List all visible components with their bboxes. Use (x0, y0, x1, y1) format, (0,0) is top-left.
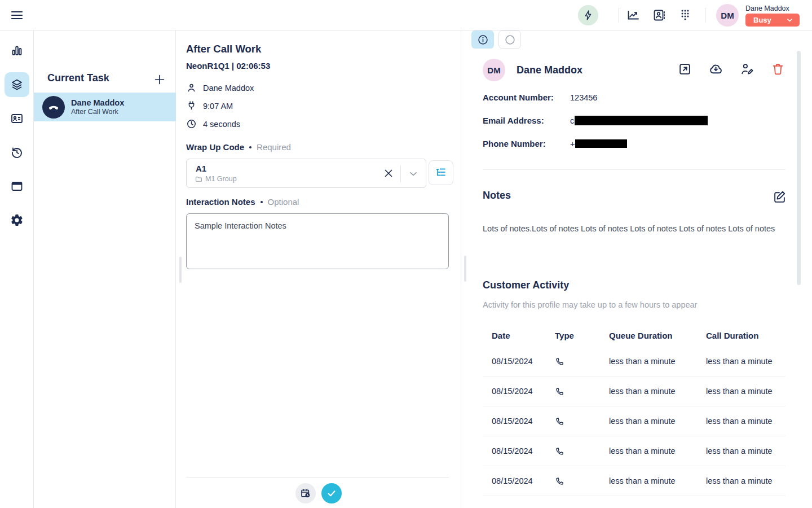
scrollbar-thumb[interactable] (797, 51, 801, 285)
chevron-down-icon[interactable] (408, 168, 419, 179)
table-row[interactable]: 08/15/2024 less than a minute less than … (483, 347, 785, 376)
layers-icon (10, 78, 24, 91)
customer-profile-panel: DM Dane Maddox Account Number: 123456 Em… (461, 30, 812, 508)
call-handset-icon (42, 96, 65, 119)
split-circle-icon (504, 34, 516, 46)
add-task-button[interactable] (153, 73, 166, 86)
quick-actions-button[interactable] (578, 5, 598, 25)
clear-selection-icon[interactable] (382, 167, 395, 179)
hamburger-menu-icon[interactable] (10, 8, 24, 22)
history-icon (10, 146, 24, 159)
lightning-icon (582, 10, 594, 21)
clock-icon (186, 119, 197, 129)
tab-ai-insights[interactable] (498, 30, 521, 49)
phone-value: + (570, 139, 575, 148)
bullet-separator (261, 201, 263, 203)
page-title: After Call Work (186, 43, 261, 55)
person-icon (186, 82, 197, 93)
status-label: Busy (753, 16, 771, 24)
interaction-notes-label: Interaction Notes (186, 197, 255, 207)
phone-call-icon (555, 356, 609, 366)
topbar-divider (705, 8, 705, 23)
select-divider (400, 165, 401, 182)
phone-call-icon (555, 416, 609, 426)
chevron-down-icon (785, 16, 794, 24)
browse-wrap-up-codes-button[interactable] (429, 160, 453, 185)
profile-avatar: DM (483, 59, 505, 81)
col-call-duration: Call Duration (706, 331, 795, 340)
queue-duration: less than a minute (609, 387, 706, 396)
task-queue-and-timer: NeonR1Q1 | 02:06:53 (186, 61, 270, 71)
cloud-download-icon[interactable] (709, 62, 723, 76)
call-start-time: 9:07 AM (203, 102, 233, 111)
top-bar: DM Dane Maddox Busy (0, 0, 812, 30)
table-row[interactable]: 08/15/2024 less than a minute less than … (483, 466, 785, 496)
table-row[interactable]: 08/15/2024 less than a minute less than … (483, 436, 785, 466)
task-list-item[interactable]: Dane Maddox After Call Work (34, 93, 176, 121)
status-dropdown[interactable]: Busy (745, 14, 800, 27)
wrap-up-code-select[interactable]: A1 M1 Group (186, 159, 426, 188)
phone-call-icon (555, 386, 609, 396)
phone-call-icon (555, 476, 609, 486)
email-label: Email Address: (483, 116, 570, 125)
folder-icon (195, 176, 202, 183)
col-type: Type (555, 331, 609, 340)
caller-name: Dane Maddox (203, 84, 254, 93)
sidebar-item-history[interactable] (5, 140, 29, 165)
queue-duration: less than a minute (609, 446, 706, 456)
activity-date: 08/15/2024 (492, 476, 555, 485)
wrap-up-group-name: M1 Group (205, 175, 237, 183)
email-redaction-bar (575, 116, 708, 125)
sidebar-item-dashboard[interactable] (5, 38, 29, 63)
account-number-value: 123456 (570, 93, 597, 102)
open-external-icon[interactable] (678, 62, 692, 76)
call-duration: less than a minute (706, 387, 795, 396)
col-date: Date (492, 331, 555, 340)
task-contact-name: Dane Maddox (71, 98, 124, 107)
wrap-up-code-label: Wrap Up Code (186, 142, 244, 152)
delete-contact-icon[interactable] (771, 62, 785, 76)
after-call-work-panel: After Call Work NeonR1Q1 | 02:06:53 Dane… (176, 30, 461, 508)
complete-task-button[interactable] (321, 483, 342, 503)
queue-duration: less than a minute (609, 417, 706, 426)
sidebar-item-settings[interactable] (5, 208, 29, 233)
call-duration: less than a minute (706, 476, 795, 485)
sidebar-item-tasks[interactable] (5, 72, 29, 97)
info-icon (477, 34, 489, 46)
interaction-notes-input[interactable]: Sample Interaction Notes (186, 213, 449, 269)
contact-card-icon (10, 112, 24, 125)
call-duration: less than a minute (706, 446, 795, 456)
panel-resize-handle-left[interactable] (179, 257, 182, 283)
sidebar-item-browser[interactable] (5, 174, 29, 199)
topbar-user-name: Dane Maddox (745, 5, 789, 12)
tree-list-icon (435, 167, 447, 179)
dialpad-icon[interactable] (678, 8, 692, 22)
analytics-icon[interactable] (626, 8, 640, 22)
activity-date: 08/15/2024 (492, 417, 555, 426)
bullet-separator (249, 146, 251, 148)
panel-resize-handle-right[interactable] (464, 256, 466, 282)
account-number-label: Account Number: (483, 93, 570, 102)
section-divider (483, 169, 785, 170)
calendar-clock-icon (300, 488, 311, 499)
activity-table: Date Type Queue Duration Call Duration 0… (483, 324, 785, 496)
phone-redaction-bar (575, 139, 627, 148)
wrap-up-code-value: A1 (196, 164, 206, 173)
queue-duration: less than a minute (609, 357, 706, 366)
interaction-notes-optional-label: Optional (268, 197, 299, 207)
edit-notes-icon[interactable] (773, 190, 787, 204)
sidebar-item-contacts[interactable] (5, 106, 29, 131)
table-row[interactable]: 08/15/2024 less than a minute less than … (483, 406, 785, 436)
edit-contact-icon[interactable] (740, 62, 754, 76)
user-avatar[interactable]: DM (716, 4, 739, 27)
table-row[interactable]: 08/15/2024 less than a minute less than … (483, 376, 785, 406)
contacts-icon[interactable] (652, 8, 666, 22)
activity-date: 08/15/2024 (492, 357, 555, 366)
notes-text: Lots of notes.Lots of notes Lots of note… (483, 224, 782, 233)
schedule-callback-button[interactable] (295, 483, 316, 503)
queue-duration: less than a minute (609, 476, 706, 485)
activity-date: 08/15/2024 (492, 446, 555, 456)
task-state-label: After Call Work (71, 108, 124, 116)
tab-profile-info[interactable] (471, 30, 494, 49)
phone-call-icon (555, 446, 609, 456)
